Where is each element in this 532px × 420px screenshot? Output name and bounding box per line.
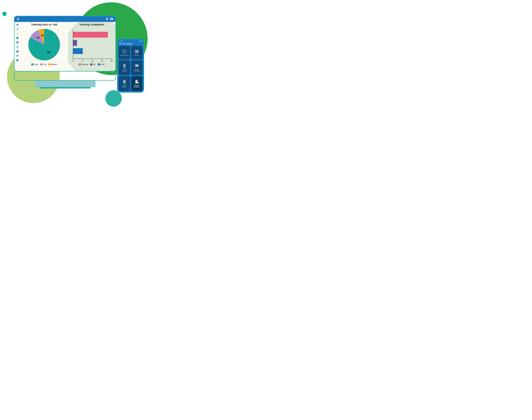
bar-legend: CanadaUKUSA [69,63,114,65]
bar-usa [73,48,83,54]
status-time: 11:19 [119,40,123,42]
tile-label: Accept/Decline [122,85,127,88]
pie-chart: 3875329 [26,27,62,62]
bar-panel: Training Completion 05101520 CanadaUKUSA [68,22,115,71]
legend-label: Canada [82,63,88,65]
tile-request-courses[interactable]: RequestCourses [131,76,143,91]
bar-tick-0: 0 [72,60,73,62]
tile-training-requests[interactable]: TrainingRequests [131,60,143,75]
clipboard-plus-icon [134,79,139,84]
legend-label: Pass [34,63,38,65]
pie-legend: PassFailAbsent [22,63,67,65]
svg-rect-41 [136,81,137,81]
speech-icon [134,63,139,68]
svg-rect-9 [16,43,17,44]
eye-icon[interactable] [16,45,19,48]
legend-item-fail: Fail [40,63,46,65]
check-icon[interactable] [16,37,19,39]
legend-item-usa: USA [98,63,105,65]
svg-text:?: ? [17,60,18,61]
svg-rect-38 [124,80,125,80]
tile-accept-decline[interactable]: Accept/Decline [119,76,130,91]
svg-rect-30 [137,52,137,53]
tile-training-results[interactable]: TrainingResults [119,60,130,75]
home-icon[interactable] [16,23,19,26]
svg-rect-8 [17,42,18,43]
legend-item-canada: Canada [79,63,88,65]
clipboard-check-icon [122,79,127,84]
svg-rect-43 [136,82,137,82]
pie-panel: Training Pass vs. Fail 3875329 PassFailA… [20,22,68,71]
tile-label: Requirements [120,55,128,56]
monitor-screen: X ? Training Pa [14,16,116,72]
bar-chart: 05101520 [70,27,114,62]
swatch [79,63,81,65]
swatch [48,63,50,65]
tile-requirements[interactable]: Requirements [119,46,130,59]
help-icon[interactable]: ? [16,59,19,61]
svg-point-1 [111,18,112,19]
dashboard-icon[interactable] [16,41,19,44]
swatch [40,63,43,65]
user-icon[interactable] [110,17,113,21]
bar-tick-15: 15 [101,60,103,62]
app-logo: X [17,17,19,21]
svg-rect-32 [124,64,125,65]
legend-label: UK [93,63,96,65]
dashboard-panels: Training Pass vs. Fail 3875329 PassFailA… [20,22,115,71]
monitor-chin [14,72,116,81]
tile-label: TrainingResults [122,69,127,72]
phone-status-bar: 11:19 ••• ⵉ ▮ [119,40,143,42]
status-indicators: ••• ⵉ ▮ [138,40,142,42]
legend-item-uk: UK [90,63,96,65]
bar-uk [73,40,77,46]
pin-icon[interactable] [16,32,19,35]
monitor-neck [35,81,95,87]
svg-rect-40 [136,80,137,80]
bar-tick-10: 10 [91,60,93,62]
pie-value-pass: 387 [47,51,51,54]
hamburger-icon[interactable] [119,43,121,45]
swatch [90,63,92,65]
pie-value-fail: 53 [37,36,39,39]
clipboard-lines-icon [122,63,127,68]
svg-rect-35 [124,66,125,67]
svg-rect-33 [124,65,125,65]
legend-label: Absent [51,63,57,65]
legend-label: USA [101,63,105,65]
share-icon[interactable] [16,28,19,30]
swatch [31,63,33,65]
svg-rect-25 [138,50,138,51]
svg-rect-34 [124,66,125,66]
location-icon[interactable] [105,17,108,21]
svg-rect-7 [17,42,18,42]
phone-title: My Training [123,43,132,45]
calendar-icon [134,49,139,54]
tile-label: Sessions [134,55,140,56]
bar-tick-5: 5 [82,60,83,62]
bar-canada [73,32,108,38]
legend-label: Fail [43,63,46,65]
svg-rect-27 [137,51,137,52]
calendar-icon[interactable] [16,50,19,53]
bar-tick-20: 20 [111,60,113,62]
tile-sessions[interactable]: Sessions [131,46,143,59]
svg-rect-6 [16,42,17,43]
phone-titlebar: My Training [119,42,143,46]
svg-rect-24 [136,50,136,51]
check-square-icon [122,49,127,54]
tile-label: TrainingRequests [134,69,140,72]
svg-rect-13 [18,50,18,51]
bar-title: Training Completion [69,23,114,26]
svg-rect-28 [138,51,138,52]
topbar: X [14,16,115,22]
swatch [98,63,100,65]
gear-icon[interactable] [16,55,19,57]
svg-rect-12 [17,50,17,51]
pie-title: Training Pass vs. Fail [22,23,67,26]
tile-label: RequestCourses [134,85,139,88]
svg-rect-42 [136,82,137,82]
bg-circle-teal [105,90,122,107]
svg-rect-29 [136,52,136,53]
legend-item-pass: Pass [31,63,38,65]
